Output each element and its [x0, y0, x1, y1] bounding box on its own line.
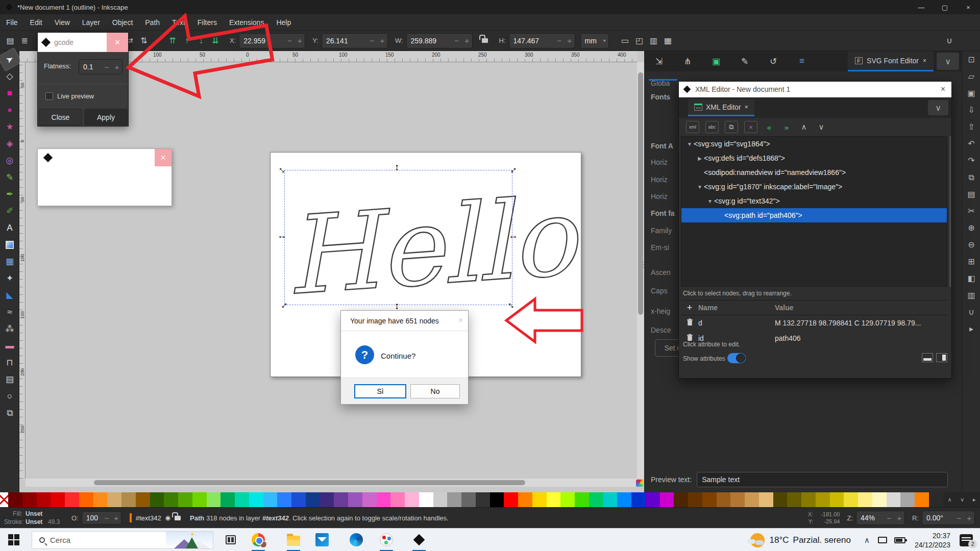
clock[interactable]: 20:37 24/12/2023	[915, 531, 950, 549]
tree-expander-icon[interactable]: ▼	[685, 141, 694, 147]
rectangle-tool[interactable]: ■	[0, 85, 19, 102]
weather-icon[interactable]	[750, 533, 765, 547]
vertical-ruler[interactable]: 50050100150200250	[19, 62, 26, 479]
scale-handle-bottom[interactable]: ↕	[395, 301, 400, 311]
zoom-out-icon[interactable]: ⊖	[962, 236, 980, 253]
xml-tree-node[interactable]: ▼<svg:svg id="svg1864">	[681, 137, 947, 151]
palette-scroll-down-icon[interactable]: ∨	[960, 496, 964, 503]
horizontal-scrollbar-thumb[interactable]	[94, 480, 525, 485]
opacity-decrement[interactable]: −	[102, 514, 111, 522]
color-swatch[interactable]	[603, 492, 618, 507]
color-swatch[interactable]	[518, 492, 532, 507]
palette-config-icon[interactable]: ▸	[973, 496, 976, 503]
color-swatch[interactable]	[730, 492, 745, 507]
x-spinner[interactable]: 22.959 − +	[239, 33, 305, 48]
trace-bitmap-icon[interactable]: ⋔	[673, 56, 702, 67]
maximize-button[interactable]: ▢	[933, 0, 957, 14]
zoom-page-icon[interactable]: ⊞	[962, 253, 980, 270]
move-node-down-icon[interactable]: ∨	[816, 121, 827, 133]
new-element-node-icon[interactable]: xml	[686, 121, 699, 133]
color-swatch[interactable]	[22, 492, 37, 507]
y-increment[interactable]: +	[377, 36, 387, 45]
color-swatch[interactable]	[150, 492, 164, 507]
y-decrement[interactable]: −	[367, 36, 377, 45]
import-icon[interactable]: ⇩	[962, 102, 980, 118]
raise-to-top-icon[interactable]: ⇈	[165, 34, 180, 48]
taskbar-explorer-icon[interactable]	[286, 532, 301, 547]
scale-stroke-icon[interactable]: ▭	[618, 34, 632, 48]
tweak-tool[interactable]: ≈	[0, 304, 19, 320]
gcode-close-button[interactable]: ×	[107, 33, 128, 52]
w-decrement[interactable]: −	[452, 36, 462, 45]
redo-icon[interactable]: ↷	[962, 152, 980, 169]
calligraphy-tool[interactable]: ✒	[0, 186, 19, 203]
color-swatch[interactable]	[830, 492, 844, 507]
battery-icon[interactable]	[894, 537, 905, 543]
xml-tree-node[interactable]: ▼<svg:g id="g1870" inkscape:label="Image…	[681, 180, 947, 194]
layout-horizontal-icon[interactable]	[922, 353, 933, 362]
nodes-dialog-titlebar[interactable]: Your image have 651 nodes ×	[341, 311, 468, 331]
taskbar-search[interactable]: Cerca ★	[32, 531, 213, 549]
box3d-tool[interactable]: ◈	[0, 135, 19, 152]
menu-object[interactable]: Object	[106, 14, 139, 31]
color-swatch[interactable]	[929, 492, 943, 507]
bezier-tool[interactable]: ✐	[0, 203, 19, 219]
color-swatch[interactable]	[702, 492, 717, 507]
color-swatch[interactable]	[65, 492, 79, 507]
color-swatch[interactable]	[93, 492, 108, 507]
color-swatch[interactable]	[136, 492, 150, 507]
menu-text[interactable]: Text	[166, 14, 191, 31]
menu-edit[interactable]: Edit	[24, 14, 48, 31]
show-attributes-toggle[interactable]	[727, 353, 746, 363]
lower-icon[interactable]: ↓	[194, 34, 208, 48]
zoom-tool[interactable]: ○	[0, 388, 19, 405]
yes-button[interactable]: Sì	[354, 384, 406, 398]
color-swatch[interactable]	[334, 492, 348, 507]
color-swatch[interactable]	[220, 492, 235, 507]
unindent-node-icon[interactable]: «	[764, 121, 775, 133]
color-swatch[interactable]	[8, 492, 22, 507]
attribute-value[interactable]: M 132.27718 98.798841 C 129.07719 98.79.…	[775, 319, 928, 327]
color-swatch[interactable]	[717, 492, 731, 507]
indent-node-icon[interactable]: »	[781, 121, 792, 133]
object-list-icon[interactable]: ≣	[17, 34, 32, 48]
color-swatch[interactable]	[433, 492, 448, 507]
attribute-value[interactable]: path406	[775, 334, 928, 342]
weather-temp[interactable]: 18°C	[770, 535, 789, 545]
menu-view[interactable]: View	[48, 14, 76, 31]
tree-expander-icon[interactable]: ▼	[706, 198, 714, 204]
palette-scroll-up-icon[interactable]: ∧	[947, 496, 951, 503]
tray-expand-chevron[interactable]: ∧	[864, 536, 870, 545]
color-swatch[interactable]	[547, 492, 561, 507]
color-swatch[interactable]	[348, 492, 362, 507]
dropper-tool[interactable]: ✦	[0, 270, 19, 287]
undo-icon[interactable]: ↶	[962, 135, 980, 152]
h-increment[interactable]: +	[565, 36, 575, 45]
delete-attribute-icon[interactable]	[681, 318, 698, 328]
fill-stroke-indicator[interactable]: Fill: Unset Stroke: Unset 49.3	[4, 510, 63, 526]
taskbar-edge-icon[interactable]	[349, 532, 364, 547]
rotation-decrement[interactable]: −	[954, 514, 964, 522]
color-swatch[interactable]	[249, 492, 263, 507]
color-swatch[interactable]	[419, 492, 433, 507]
opacity-spinner[interactable]: 100 − +	[82, 511, 121, 524]
y-spinner[interactable]: 26.141 − +	[322, 33, 388, 48]
dock-resize-grip[interactable]: ⋮	[640, 263, 647, 267]
display-icon[interactable]: ⊡	[962, 51, 980, 68]
zoom-increment[interactable]: +	[894, 514, 904, 522]
xml-tab-close-icon[interactable]: ×	[745, 104, 748, 111]
color-swatch[interactable]	[589, 492, 603, 507]
color-swatch[interactable]	[362, 492, 377, 507]
export-dialog-icon[interactable]: ⇲	[645, 56, 673, 67]
color-swatch[interactable]	[660, 492, 674, 507]
new-text-node-icon[interactable]: abc	[705, 121, 719, 133]
scale-handle-top[interactable]: ↕	[395, 162, 400, 172]
tree-expander-icon[interactable]: ▶	[696, 156, 704, 161]
color-swatch[interactable]	[476, 492, 490, 507]
color-swatch[interactable]	[490, 492, 504, 507]
vertical-scrollbar-thumb[interactable]	[638, 72, 643, 315]
ellipse-tool[interactable]: ●	[0, 102, 19, 118]
color-swatch[interactable]	[872, 492, 887, 507]
color-swatch[interactable]	[575, 492, 589, 507]
color-swatch[interactable]	[858, 492, 872, 507]
